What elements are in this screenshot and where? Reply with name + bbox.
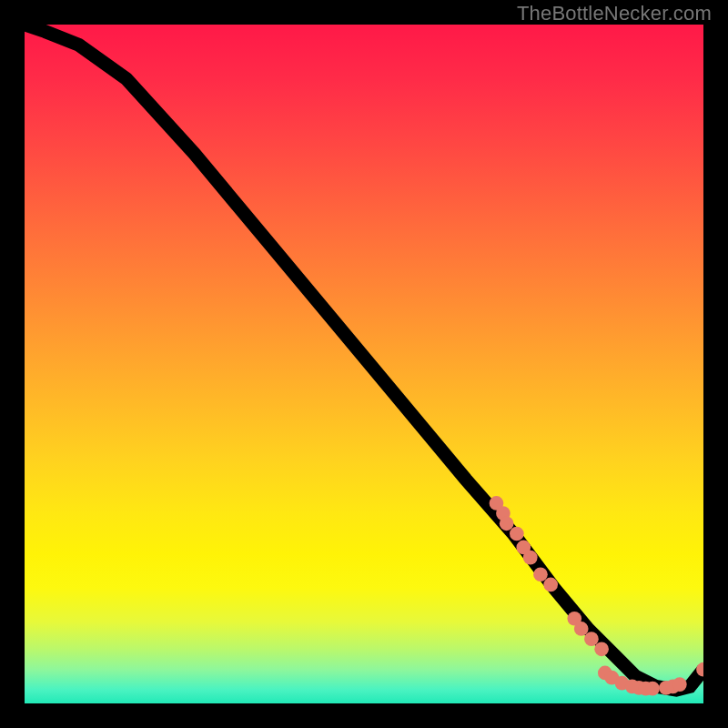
chart-frame: TheBottleNecker.com [0, 0, 728, 728]
data-point [500, 516, 514, 531]
bottleneck-curve [25, 25, 703, 690]
data-point [645, 682, 660, 696]
data-point [510, 527, 524, 541]
data-point [574, 622, 589, 636]
dot-cluster [490, 496, 703, 695]
chart-overlay [25, 25, 703, 703]
data-point [533, 567, 548, 581]
data-point [584, 632, 599, 646]
data-point [523, 551, 538, 565]
watermark-text: TheBottleNecker.com [517, 2, 712, 25]
data-point [672, 677, 687, 692]
data-point [594, 642, 609, 656]
data-point [543, 578, 558, 592]
